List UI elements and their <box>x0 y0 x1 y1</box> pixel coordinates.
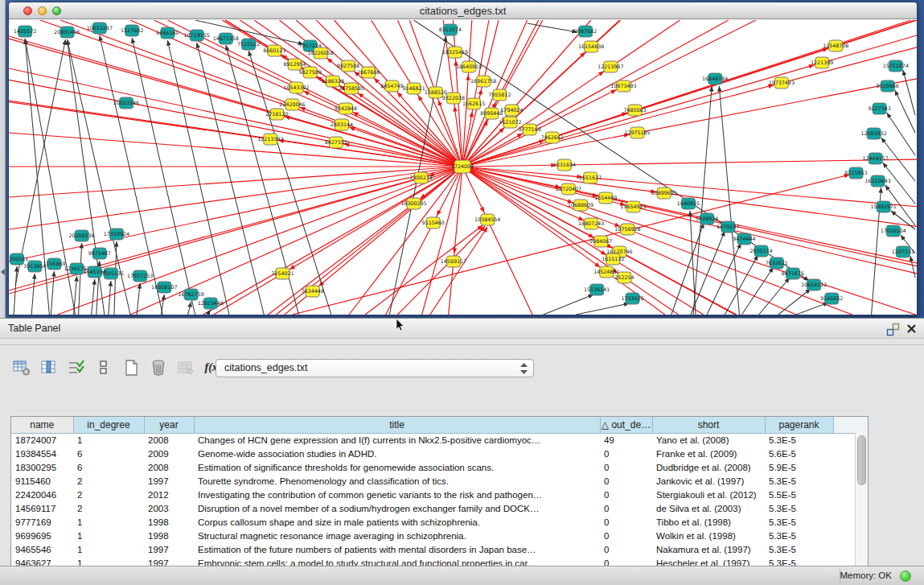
graph-node[interactable]: 8215953 <box>844 167 867 179</box>
graph-node[interactable]: 2718120 <box>265 109 288 120</box>
show-columns-icon[interactable] <box>39 358 60 377</box>
graph-node[interactable]: 15136141 <box>584 284 610 295</box>
graph-node[interactable]: 6794024 <box>500 105 523 116</box>
graph-node[interactable]: 18640910 <box>456 61 482 72</box>
cell-in_degree[interactable]: 6 <box>73 447 144 460</box>
graph-node[interactable]: 10688609 <box>568 200 593 211</box>
cell-title[interactable]: Estimation of the future numbers of pati… <box>194 542 600 556</box>
close-panel-icon[interactable] <box>906 323 918 335</box>
graph-node[interactable]: 1615132 <box>602 253 624 265</box>
graph-node[interactable]: 7634448 <box>302 286 324 297</box>
graph-node[interactable]: 9115460 <box>422 217 445 229</box>
graph-node[interactable]: 9827508 <box>337 60 359 72</box>
cell-pagerank[interactable]: 5.3E-5 <box>765 501 833 515</box>
graph-node[interactable]: 252254 <box>614 272 634 283</box>
table-row[interactable]: 969969511998Structural magnetic resonanc… <box>11 529 869 542</box>
cell-year[interactable]: 1997 <box>144 542 194 556</box>
cell-year[interactable]: 1997 <box>144 474 194 488</box>
cell-title[interactable]: Estimation of significance thresholds fo… <box>194 460 600 474</box>
graph-node[interactable]: 15992971 <box>871 201 897 212</box>
graph-node[interactable]: 12975185 <box>624 127 650 138</box>
cell-out_de[interactable]: 49 <box>600 433 652 447</box>
column-header-out_de[interactable]: △ out_de… <box>600 417 652 433</box>
delete-column-icon[interactable] <box>148 358 169 377</box>
table-mode-icon[interactable] <box>11 358 32 377</box>
column-header-title[interactable]: title <box>194 417 600 433</box>
table-row[interactable]: 977716911998Corpus callosum shape and si… <box>11 515 869 529</box>
graph-node[interactable]: 9146821 <box>402 83 425 94</box>
graph-node[interactable]: 12444157 <box>863 153 889 164</box>
graph-node[interactable]: 5938924 <box>696 213 718 225</box>
graph-node[interactable]: 10654112 <box>801 279 827 290</box>
graph-node[interactable]: 1031604 <box>553 159 576 171</box>
column-header-short[interactable]: short <box>652 417 765 433</box>
node-table[interactable]: namein_degreeyeartitle△ out_de…shortpage… <box>10 416 869 569</box>
graph-node[interactable]: 20891406 <box>54 27 80 38</box>
cell-title[interactable]: Tourette syndrome. Phenomenology and cla… <box>194 474 600 488</box>
graph-node[interactable]: 10899695 <box>651 187 677 199</box>
graph-node[interactable]: 1156869 <box>43 258 65 270</box>
graph-node[interactable]: 9975487 <box>88 248 111 259</box>
cell-pagerank[interactable]: 5.3E-5 <box>765 474 833 488</box>
cell-name[interactable]: 22420046 <box>11 488 73 501</box>
cell-year[interactable]: 2008 <box>144 460 194 474</box>
cell-in_degree[interactable]: 2 <box>73 488 144 501</box>
graph-node[interactable]: 12213987 <box>598 61 623 72</box>
graph-node[interactable]: 6466160 <box>156 27 179 39</box>
cell-in_degree[interactable]: 2 <box>73 501 144 515</box>
graph-node[interactable]: 15751074 <box>883 60 909 72</box>
cell-short[interactable]: Tibbo et al. (1998) <box>652 515 765 529</box>
cell-pagerank[interactable]: 5.3E-5 <box>765 433 833 447</box>
row-height-icon[interactable] <box>93 358 114 377</box>
cell-pagerank[interactable]: 5.3E-5 <box>765 515 833 529</box>
cell-short[interactable]: Dudbridge et al. (2008) <box>652 460 765 474</box>
column-header-year[interactable]: year <box>144 417 194 433</box>
graph-node[interactable]: 8427552 <box>325 137 347 148</box>
table-row[interactable]: 1456911722003Disruption of a novel membe… <box>11 501 869 515</box>
graph-node[interactable]: 12923448 <box>198 298 224 309</box>
cell-in_degree[interactable]: 1 <box>73 542 144 556</box>
cell-short[interactable]: Nakamura et al. (1997) <box>652 542 765 556</box>
cell-out_de[interactable]: 0 <box>600 529 652 542</box>
cell-title[interactable]: Changes of HCN gene expression and I(f) … <box>194 433 600 447</box>
cell-pagerank[interactable]: 5.6E-5 <box>765 447 833 460</box>
column-header-name[interactable]: name <box>11 417 73 433</box>
graph-node[interactable]: 9827509 <box>299 67 322 78</box>
cell-year[interactable]: 2009 <box>144 447 194 460</box>
graph-node[interactable]: 14671358 <box>213 33 239 44</box>
cell-name[interactable]: 18300295 <box>11 460 73 474</box>
graph-node[interactable]: 16782759 <box>178 289 203 300</box>
cell-pagerank[interactable]: 5.5E-5 <box>765 488 833 501</box>
cell-out_de[interactable]: 0 <box>600 474 652 488</box>
graph-node[interactable]: 17359924 <box>104 229 129 240</box>
cell-pagerank[interactable]: 5.3E-5 <box>765 529 833 542</box>
cell-year[interactable]: 2012 <box>144 488 194 501</box>
network-canvas[interactable]: 1405572208914061065328715276026466160107… <box>9 20 917 315</box>
graph-node[interactable]: 1527602 <box>121 25 143 36</box>
graph-node[interactable]: 1651627 <box>579 172 602 183</box>
cell-year[interactable]: 1998 <box>144 529 194 542</box>
table-row[interactable]: 1830029562008Estimation of significance … <box>11 460 869 474</box>
graph-node[interactable]: 16961758 <box>470 76 496 87</box>
cell-name[interactable]: 14569117 <box>11 501 73 515</box>
cell-short[interactable]: Franke et al. (2009) <box>652 447 765 460</box>
graph-node[interactable]: 16154838 <box>578 41 604 52</box>
graph-node[interactable]: 18325419 <box>442 47 468 58</box>
column-header-pagerank[interactable]: pagerank <box>765 417 833 433</box>
scrollbar-thumb[interactable] <box>857 435 866 485</box>
graph-node[interactable]: 8313074 <box>439 24 462 35</box>
graph-node[interactable]: 16958107 <box>151 282 177 293</box>
float-panel-icon[interactable] <box>886 323 900 336</box>
cell-short[interactable]: Jankovic et al. (1997) <box>652 474 765 488</box>
cell-name[interactable]: 9777169 <box>11 515 73 529</box>
network-graph[interactable]: 1405572208914061065328715276026466160107… <box>9 20 917 315</box>
graph-node[interactable]: 1405572 <box>14 26 36 37</box>
cell-short[interactable]: Stergiakouli et al. (2012) <box>652 488 765 501</box>
cell-out_de[interactable]: 0 <box>600 447 652 460</box>
cell-out_de[interactable]: 0 <box>600 515 652 529</box>
cell-out_de[interactable]: 0 <box>600 501 652 515</box>
table-row[interactable]: 1872400712008Changes of HCN gene express… <box>11 433 869 447</box>
graph-node[interactable]: 8660123 <box>263 45 285 56</box>
graph-node[interactable]: 9227343 <box>869 103 891 114</box>
cell-title[interactable]: Genome-wide association studies in ADHD. <box>194 447 600 460</box>
